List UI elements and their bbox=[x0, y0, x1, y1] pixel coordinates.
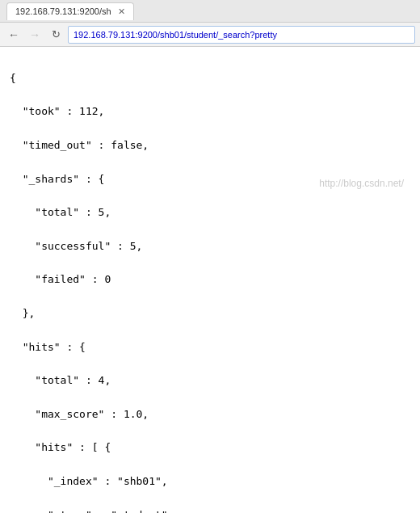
json-line-3: "timed_out" : false, bbox=[10, 137, 410, 154]
browser-tab[interactable]: 192.168.79.131:9200/sh ✕ bbox=[6, 2, 134, 20]
json-line-8: }, bbox=[10, 305, 410, 322]
forward-button[interactable]: → bbox=[26, 26, 44, 44]
json-line-4: "_shards" : { bbox=[10, 171, 410, 188]
tab-title: 192.168.79.131:9200/sh bbox=[15, 6, 111, 16]
json-line-9: "hits" : { bbox=[10, 339, 410, 356]
browser-titlebar: 192.168.79.131:9200/sh ✕ bbox=[0, 0, 420, 23]
browser-toolbar: ← → ↻ bbox=[0, 23, 420, 47]
json-line-13: "_index" : "shb01", bbox=[10, 473, 410, 490]
json-line-1: { bbox=[10, 70, 410, 87]
json-line-14: "_type" : "student", bbox=[10, 507, 410, 513]
json-line-7: "failed" : 0 bbox=[10, 271, 410, 288]
json-line-11: "max_score" : 1.0, bbox=[10, 406, 410, 423]
json-line-6: "successful" : 5, bbox=[10, 238, 410, 255]
address-bar[interactable] bbox=[68, 26, 415, 44]
refresh-button[interactable]: ↻ bbox=[47, 26, 65, 44]
back-button[interactable]: ← bbox=[5, 26, 23, 44]
json-line-5: "total" : 5, bbox=[10, 204, 410, 221]
json-line-2: "took" : 112, bbox=[10, 103, 410, 120]
json-line-12: "hits" : [ { bbox=[10, 439, 410, 456]
json-content: { "took" : 112, "timed_out" : false, "_s… bbox=[0, 47, 420, 513]
tab-close-button[interactable]: ✕ bbox=[118, 6, 125, 17]
json-line-10: "total" : 4, bbox=[10, 372, 410, 389]
